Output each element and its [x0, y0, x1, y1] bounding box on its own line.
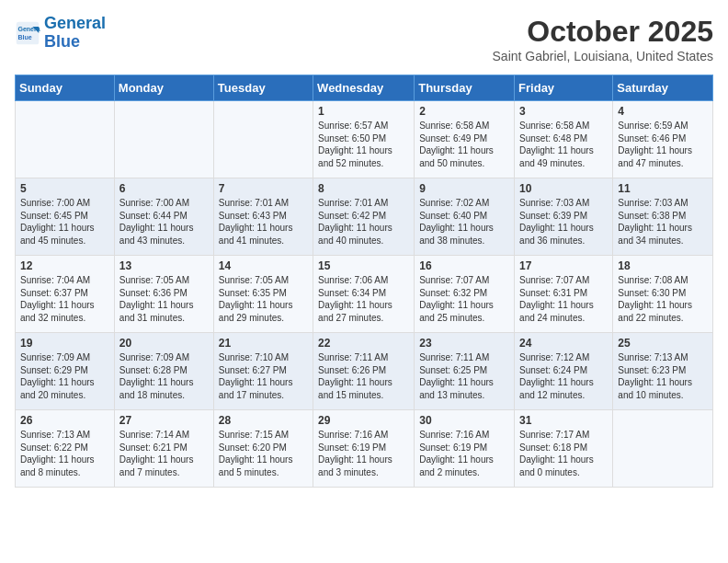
day-number: 11 — [618, 182, 708, 195]
calendar-cell: 3Sunrise: 6:58 AM Sunset: 6:48 PM Daylig… — [515, 101, 613, 178]
day-info: Sunrise: 7:05 AM Sunset: 6:35 PM Dayligh… — [219, 274, 308, 324]
calendar-cell: 6Sunrise: 7:00 AM Sunset: 6:44 PM Daylig… — [114, 178, 213, 256]
calendar-cell: 11Sunrise: 7:03 AM Sunset: 6:38 PM Dayli… — [613, 178, 713, 256]
title-block: October 2025 Saint Gabriel, Louisiana, U… — [493, 15, 713, 63]
day-number: 9 — [419, 182, 509, 195]
calendar-cell: 12Sunrise: 7:04 AM Sunset: 6:37 PM Dayli… — [16, 256, 115, 333]
day-info: Sunrise: 7:13 AM Sunset: 6:22 PM Dayligh… — [20, 429, 109, 478]
day-number: 19 — [20, 337, 109, 350]
calendar-cell: 21Sunrise: 7:10 AM Sunset: 6:27 PM Dayli… — [213, 333, 313, 410]
logo: General Blue GeneralBlue — [15, 15, 106, 52]
day-info: Sunrise: 7:04 AM Sunset: 6:37 PM Dayligh… — [20, 274, 109, 324]
calendar-cell: 29Sunrise: 7:16 AM Sunset: 6:19 PM Dayli… — [313, 410, 415, 488]
day-info: Sunrise: 7:00 AM Sunset: 6:44 PM Dayligh… — [119, 197, 209, 247]
calendar-cell: 20Sunrise: 7:09 AM Sunset: 6:28 PM Dayli… — [114, 333, 213, 410]
day-info: Sunrise: 7:14 AM Sunset: 6:21 PM Dayligh… — [119, 429, 209, 478]
location-subtitle: Saint Gabriel, Louisiana, United States — [493, 49, 713, 63]
day-header-thursday: Thursday — [415, 75, 515, 101]
day-info: Sunrise: 7:11 AM Sunset: 6:25 PM Dayligh… — [419, 351, 509, 401]
day-info: Sunrise: 7:03 AM Sunset: 6:39 PM Dayligh… — [519, 197, 608, 247]
day-info: Sunrise: 7:01 AM Sunset: 6:43 PM Dayligh… — [219, 197, 308, 247]
day-info: Sunrise: 7:11 AM Sunset: 6:26 PM Dayligh… — [318, 351, 409, 401]
day-number: 30 — [419, 414, 509, 427]
calendar-cell: 10Sunrise: 7:03 AM Sunset: 6:39 PM Dayli… — [515, 178, 613, 256]
calendar-cell: 15Sunrise: 7:06 AM Sunset: 6:34 PM Dayli… — [313, 256, 415, 333]
day-number: 21 — [219, 337, 308, 350]
day-info: Sunrise: 7:15 AM Sunset: 6:20 PM Dayligh… — [219, 429, 308, 478]
day-info: Sunrise: 7:05 AM Sunset: 6:36 PM Dayligh… — [119, 274, 209, 324]
day-info: Sunrise: 7:10 AM Sunset: 6:27 PM Dayligh… — [219, 351, 308, 401]
calendar-cell: 5Sunrise: 7:00 AM Sunset: 6:45 PM Daylig… — [16, 178, 115, 256]
day-header-sunday: Sunday — [16, 75, 115, 101]
calendar-cell: 2Sunrise: 6:58 AM Sunset: 6:49 PM Daylig… — [415, 101, 515, 178]
day-number: 6 — [119, 182, 209, 195]
calendar-header-row: SundayMondayTuesdayWednesdayThursdayFrid… — [16, 75, 713, 101]
calendar-cell: 18Sunrise: 7:08 AM Sunset: 6:30 PM Dayli… — [613, 256, 713, 333]
day-number: 23 — [419, 337, 509, 350]
day-info: Sunrise: 7:09 AM Sunset: 6:29 PM Dayligh… — [20, 351, 109, 401]
calendar-cell: 28Sunrise: 7:15 AM Sunset: 6:20 PM Dayli… — [213, 410, 313, 488]
day-number: 15 — [318, 259, 409, 272]
day-info: Sunrise: 7:17 AM Sunset: 6:18 PM Dayligh… — [519, 429, 608, 478]
calendar-cell: 4Sunrise: 6:59 AM Sunset: 6:46 PM Daylig… — [613, 101, 713, 178]
calendar-cell: 31Sunrise: 7:17 AM Sunset: 6:18 PM Dayli… — [515, 410, 613, 488]
day-header-monday: Monday — [114, 75, 213, 101]
day-info: Sunrise: 6:58 AM Sunset: 6:49 PM Dayligh… — [419, 120, 509, 169]
day-number: 18 — [618, 259, 708, 272]
calendar-table: SundayMondayTuesdayWednesdayThursdayFrid… — [15, 75, 713, 488]
day-number: 24 — [519, 337, 608, 350]
month-title: October 2025 — [493, 15, 713, 49]
calendar-cell: 22Sunrise: 7:11 AM Sunset: 6:26 PM Dayli… — [313, 333, 415, 410]
day-number: 3 — [519, 105, 608, 118]
calendar-week-2: 5Sunrise: 7:00 AM Sunset: 6:45 PM Daylig… — [16, 178, 713, 256]
day-number: 28 — [219, 414, 308, 427]
calendar-cell — [114, 101, 213, 178]
calendar-cell: 17Sunrise: 7:07 AM Sunset: 6:31 PM Dayli… — [515, 256, 613, 333]
day-info: Sunrise: 6:58 AM Sunset: 6:48 PM Dayligh… — [519, 120, 608, 169]
calendar-cell: 27Sunrise: 7:14 AM Sunset: 6:21 PM Dayli… — [114, 410, 213, 488]
day-info: Sunrise: 7:09 AM Sunset: 6:28 PM Dayligh… — [119, 351, 209, 401]
day-header-saturday: Saturday — [613, 75, 713, 101]
day-number: 13 — [119, 259, 209, 272]
day-number: 5 — [20, 182, 109, 195]
calendar-cell — [16, 101, 115, 178]
day-info: Sunrise: 7:01 AM Sunset: 6:42 PM Dayligh… — [318, 197, 409, 247]
day-number: 10 — [519, 182, 608, 195]
calendar-cell: 26Sunrise: 7:13 AM Sunset: 6:22 PM Dayli… — [16, 410, 115, 488]
day-number: 7 — [219, 182, 308, 195]
day-number: 12 — [20, 259, 109, 272]
day-info: Sunrise: 7:02 AM Sunset: 6:40 PM Dayligh… — [419, 197, 509, 247]
logo-text: GeneralBlue — [44, 15, 106, 52]
calendar-cell — [613, 410, 713, 488]
day-info: Sunrise: 7:08 AM Sunset: 6:30 PM Dayligh… — [618, 274, 708, 324]
calendar-week-1: 1Sunrise: 6:57 AM Sunset: 6:50 PM Daylig… — [16, 101, 713, 178]
calendar-cell: 16Sunrise: 7:07 AM Sunset: 6:32 PM Dayli… — [415, 256, 515, 333]
day-info: Sunrise: 6:57 AM Sunset: 6:50 PM Dayligh… — [318, 120, 409, 169]
calendar-cell: 14Sunrise: 7:05 AM Sunset: 6:35 PM Dayli… — [213, 256, 313, 333]
calendar-cell: 24Sunrise: 7:12 AM Sunset: 6:24 PM Dayli… — [515, 333, 613, 410]
day-info: Sunrise: 7:16 AM Sunset: 6:19 PM Dayligh… — [318, 429, 409, 478]
day-number: 2 — [419, 105, 509, 118]
day-number: 29 — [318, 414, 409, 427]
day-info: Sunrise: 7:00 AM Sunset: 6:45 PM Dayligh… — [20, 197, 109, 247]
day-number: 26 — [20, 414, 109, 427]
day-info: Sunrise: 7:12 AM Sunset: 6:24 PM Dayligh… — [519, 351, 608, 401]
calendar-week-3: 12Sunrise: 7:04 AM Sunset: 6:37 PM Dayli… — [16, 256, 713, 333]
calendar-cell: 19Sunrise: 7:09 AM Sunset: 6:29 PM Dayli… — [16, 333, 115, 410]
day-number: 4 — [618, 105, 708, 118]
day-info: Sunrise: 7:16 AM Sunset: 6:19 PM Dayligh… — [419, 429, 509, 478]
calendar-week-4: 19Sunrise: 7:09 AM Sunset: 6:29 PM Dayli… — [16, 333, 713, 410]
day-info: Sunrise: 7:07 AM Sunset: 6:31 PM Dayligh… — [519, 274, 608, 324]
day-info: Sunrise: 7:13 AM Sunset: 6:23 PM Dayligh… — [618, 351, 708, 401]
calendar-cell — [213, 101, 313, 178]
calendar-cell: 13Sunrise: 7:05 AM Sunset: 6:36 PM Dayli… — [114, 256, 213, 333]
svg-text:Blue: Blue — [18, 34, 32, 40]
day-number: 31 — [519, 414, 608, 427]
page-header: General Blue GeneralBlue October 2025 Sa… — [15, 15, 713, 63]
calendar-week-5: 26Sunrise: 7:13 AM Sunset: 6:22 PM Dayli… — [16, 410, 713, 488]
day-number: 22 — [318, 337, 409, 350]
day-header-friday: Friday — [515, 75, 613, 101]
calendar-cell: 7Sunrise: 7:01 AM Sunset: 6:43 PM Daylig… — [213, 178, 313, 256]
day-header-tuesday: Tuesday — [213, 75, 313, 101]
day-number: 25 — [618, 337, 708, 350]
